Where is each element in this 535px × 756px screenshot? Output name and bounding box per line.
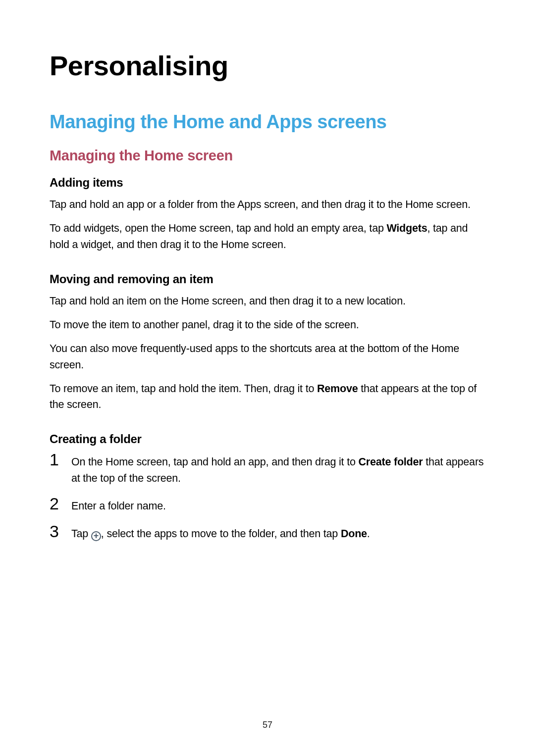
step-number: 2 — [50, 495, 71, 512]
list-item: 2 Enter a folder name. — [50, 497, 485, 514]
topic-heading-adding-items: Adding items — [50, 176, 485, 190]
text-fragment: To remove an item, tap and hold the item… — [50, 383, 317, 395]
step-text: On the Home screen, tap and hold an app,… — [71, 453, 485, 486]
steps-list: 1 On the Home screen, tap and hold an ap… — [50, 453, 485, 542]
body-text: To add widgets, open the Home screen, ta… — [50, 220, 485, 252]
page-title: Personalising — [50, 50, 485, 82]
step-text: Enter a folder name. — [71, 497, 166, 514]
bold-remove: Remove — [317, 383, 358, 395]
text-fragment: To add widgets, open the Home screen, ta… — [50, 222, 386, 234]
list-item: 1 On the Home screen, tap and hold an ap… — [50, 453, 485, 486]
bold-widgets: Widgets — [386, 222, 427, 234]
step-text: Tap +, select the apps to move to the fo… — [71, 525, 370, 542]
plus-icon: + — [91, 531, 101, 541]
step-number: 3 — [50, 523, 71, 540]
text-fragment: , select the apps to move to the folder,… — [101, 528, 341, 540]
body-text: You can also move frequently-used apps t… — [50, 341, 485, 373]
bold-create-folder: Create folder — [358, 456, 423, 468]
text-fragment: Tap — [71, 528, 91, 540]
body-text: To remove an item, tap and hold the item… — [50, 381, 485, 413]
page-content: Personalising Managing the Home and Apps… — [0, 0, 535, 542]
step-number: 1 — [50, 451, 71, 468]
body-text: Tap and hold an item on the Home screen,… — [50, 293, 485, 309]
page-number: 57 — [0, 720, 535, 730]
topic-heading-moving-removing: Moving and removing an item — [50, 272, 485, 286]
text-fragment: . — [367, 528, 370, 540]
body-text: Tap and hold an app or a folder from the… — [50, 197, 485, 212]
section-heading-managing-screens: Managing the Home and Apps screens — [50, 111, 485, 133]
text-fragment: On the Home screen, tap and hold an app,… — [71, 456, 358, 468]
topic-heading-creating-folder: Creating a folder — [50, 432, 485, 446]
list-item: 3 Tap +, select the apps to move to the … — [50, 525, 485, 542]
bold-done: Done — [341, 528, 367, 540]
body-text: To move the item to another panel, drag … — [50, 317, 485, 333]
subsection-heading-home-screen: Managing the Home screen — [50, 148, 485, 164]
